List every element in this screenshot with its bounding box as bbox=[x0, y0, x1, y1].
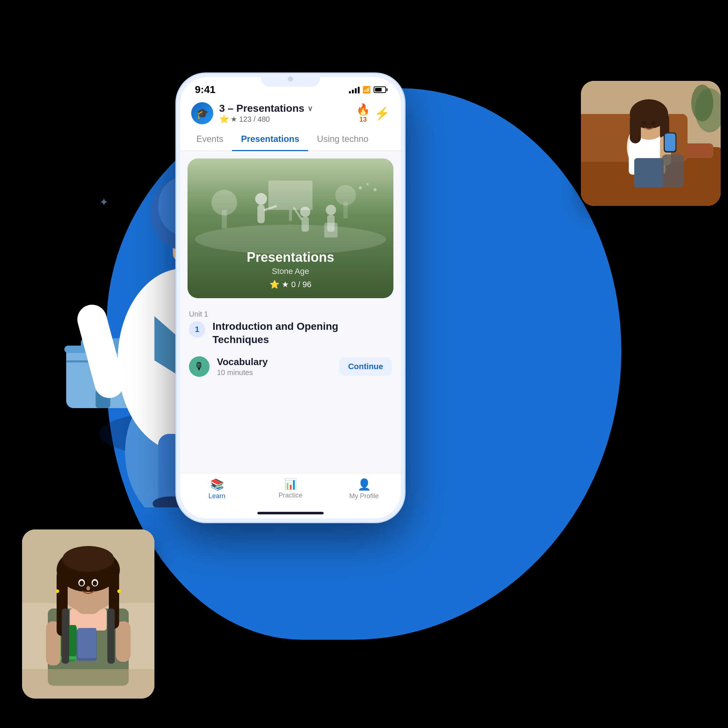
svg-rect-57 bbox=[634, 158, 664, 188]
svg-rect-70 bbox=[116, 621, 130, 662]
practice-icon: 📊 bbox=[284, 478, 297, 490]
phone-device: 9:41 📶 bbox=[176, 73, 404, 522]
hero-card: Presentations Stone Age ⭐ ★ 0 / 96 bbox=[188, 159, 393, 298]
svg-point-80 bbox=[93, 581, 97, 586]
unit-header: 1 Introduction and Opening Techniques bbox=[189, 320, 392, 347]
status-time: 9:41 bbox=[195, 84, 216, 96]
content-area[interactable]: Presentations Stone Age ⭐ ★ 0 / 96 Unit … bbox=[180, 151, 401, 473]
svg-point-31 bbox=[300, 206, 310, 217]
tab-using-techno[interactable]: Using techno bbox=[308, 128, 377, 151]
home-indicator bbox=[180, 508, 401, 518]
student-photo-bg bbox=[22, 529, 154, 699]
streak-badge: 🔥 13 bbox=[356, 103, 370, 124]
svg-rect-82 bbox=[62, 609, 69, 664]
svg-point-28 bbox=[255, 193, 267, 205]
nav-profile[interactable]: 👤 My Profile bbox=[327, 478, 401, 500]
svg-point-78 bbox=[80, 581, 84, 586]
fire-icon: 🔥 bbox=[356, 103, 370, 116]
hero-stars-text: ★ 0 / 96 bbox=[281, 280, 311, 289]
svg-point-50 bbox=[642, 121, 646, 126]
nav-learn[interactable]: 📚 Learn bbox=[180, 478, 254, 500]
hero-subtitle: Stone Age bbox=[272, 266, 309, 276]
svg-point-76 bbox=[63, 546, 114, 572]
svg-rect-48 bbox=[630, 114, 641, 144]
status-icons: 📶 bbox=[349, 86, 386, 94]
lesson-row[interactable]: 🎙 Vocabulary 10 minutes Continue bbox=[180, 350, 401, 384]
unit-title-main: Introduction and Opening Techniques bbox=[213, 320, 392, 347]
home-bar bbox=[257, 512, 324, 514]
hero-stars-row: ⭐ ★ 0 / 96 bbox=[269, 280, 311, 289]
svg-rect-25 bbox=[343, 202, 348, 219]
couch-photo-bg bbox=[581, 81, 720, 206]
tab-presentations[interactable]: Presentations bbox=[232, 128, 308, 151]
app-header: 🎓 3 – Presentations ∨ ⭐ ★ 123 / 480 bbox=[180, 99, 401, 128]
svg-point-85 bbox=[117, 589, 121, 593]
wifi-icon: 📶 bbox=[362, 86, 371, 94]
nav-practice[interactable]: 📊 Practice bbox=[254, 478, 327, 500]
svg-point-51 bbox=[652, 121, 656, 126]
header-title-row: 3 – Presentations ∨ ⭐ ★ 123 / 480 bbox=[219, 102, 356, 124]
learn-icon: 📚 bbox=[210, 478, 224, 491]
phone-screen: 9:41 📶 bbox=[180, 77, 401, 518]
svg-text:✦: ✦ bbox=[99, 196, 109, 208]
stars-count: ★ 123 / 480 bbox=[231, 115, 270, 124]
svg-point-81 bbox=[86, 586, 90, 590]
header-right: 🔥 13 ⚡ bbox=[356, 103, 390, 124]
hero-title: Presentations bbox=[247, 250, 334, 265]
unit-stars: ⭐ ★ 123 / 480 bbox=[219, 114, 356, 124]
tabs-bar: Events Presentations Using techno bbox=[180, 128, 401, 151]
nav-practice-label: Practice bbox=[278, 492, 302, 499]
chevron-down-icon: ∨ bbox=[307, 104, 313, 113]
continue-button[interactable]: Continue bbox=[340, 357, 392, 376]
battery-icon bbox=[373, 86, 386, 93]
svg-point-37 bbox=[359, 187, 362, 190]
phone-camera bbox=[288, 76, 293, 82]
tab-events[interactable]: Events bbox=[188, 128, 232, 151]
svg-rect-68 bbox=[78, 628, 96, 658]
bottom-nav: 📚 Learn 📊 Practice 👤 My Profile bbox=[180, 473, 401, 508]
lesson-info: Vocabulary 10 minutes bbox=[217, 356, 332, 377]
svg-rect-36 bbox=[324, 223, 338, 237]
nav-learn-label: Learn bbox=[208, 492, 225, 500]
boost-icon[interactable]: ⚡ bbox=[374, 106, 390, 121]
photo-overlay-woman-couch bbox=[581, 81, 720, 206]
svg-rect-58 bbox=[662, 154, 684, 188]
svg-rect-86 bbox=[22, 669, 154, 699]
svg-rect-29 bbox=[257, 205, 265, 223]
photo-overlay-student bbox=[22, 529, 154, 699]
unit-title-display[interactable]: 3 – Presentations ∨ bbox=[219, 102, 356, 114]
scene: ✦ ✦ 9:41 bbox=[0, 0, 728, 728]
svg-rect-23 bbox=[222, 210, 227, 228]
lesson-title: Vocabulary bbox=[217, 356, 332, 368]
signal-icon bbox=[349, 86, 359, 93]
lesson-icon: 🎙 bbox=[189, 356, 210, 377]
svg-point-39 bbox=[373, 188, 376, 191]
unit-title-text: 3 – Presentations bbox=[219, 102, 304, 114]
unit-section: Unit 1 1 Introduction and Opening Techni… bbox=[180, 304, 401, 350]
svg-point-56 bbox=[691, 84, 713, 121]
streak-count: 13 bbox=[359, 116, 367, 124]
svg-rect-32 bbox=[301, 217, 309, 232]
unit-number-badge: 1 bbox=[189, 321, 205, 338]
phone-notch bbox=[261, 73, 320, 87]
phone-body: 9:41 📶 bbox=[176, 73, 404, 522]
svg-rect-27 bbox=[289, 210, 292, 221]
nav-profile-label: My Profile bbox=[349, 492, 379, 500]
presentation-scene-svg bbox=[188, 159, 393, 254]
svg-point-34 bbox=[326, 205, 336, 215]
svg-point-38 bbox=[367, 183, 369, 185]
svg-rect-54 bbox=[665, 133, 675, 151]
app-logo: 🎓 bbox=[191, 102, 213, 124]
svg-rect-83 bbox=[107, 609, 115, 664]
svg-point-84 bbox=[55, 589, 59, 593]
unit-label: Unit 1 bbox=[189, 310, 392, 318]
lesson-duration: 10 minutes bbox=[217, 369, 332, 377]
profile-icon: 👤 bbox=[357, 478, 371, 491]
logo-emoji: 🎓 bbox=[196, 107, 209, 119]
